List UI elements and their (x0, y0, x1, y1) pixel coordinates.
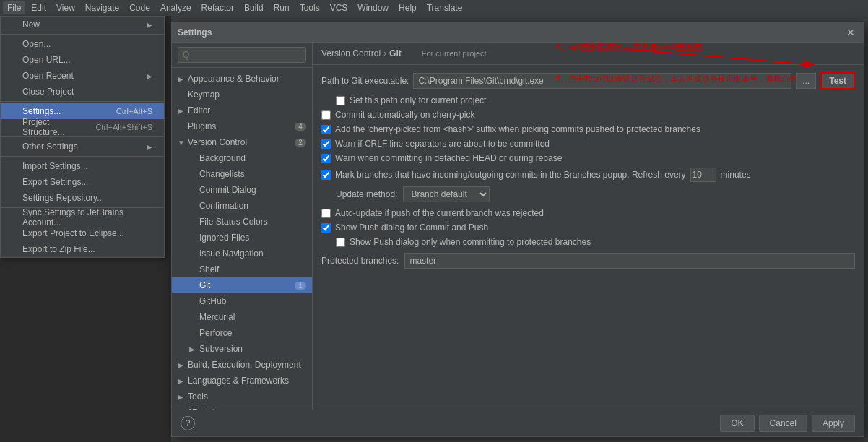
menu-item-sync-jetbrains[interactable]: Sync Settings to JetBrains Account... (1, 209, 164, 225)
menu-vcs[interactable]: VCS (326, 1, 352, 14)
show-push-checkbox[interactable] (321, 223, 331, 233)
menu-edit[interactable]: Edit (27, 1, 51, 14)
menu-item-new[interactable]: New ▶ (1, 17, 164, 32)
dialog-close-button[interactable]: ✕ (843, 27, 858, 38)
tree-item-subversion[interactable]: ▶ Subversion (172, 341, 312, 357)
menu-item-open-label: Open... (22, 39, 51, 49)
mark-branches-checkbox[interactable] (321, 170, 331, 180)
tree-item-version-control[interactable]: ▼ Version Control 2 (172, 134, 312, 150)
tree-item-languages[interactable]: ▶ Languages & Frameworks (172, 373, 312, 389)
tree-item-perforce[interactable]: Perforce (172, 325, 312, 341)
tree-item-ignored-files[interactable]: Ignored Files (172, 230, 312, 246)
menu-file[interactable]: File (3, 1, 25, 14)
commit-cherry-checkbox[interactable] (321, 110, 331, 120)
settings-left-panel: ▶ Appearance & Behavior Keymap ▶ Editor … (172, 43, 313, 410)
tree-item-git[interactable]: Git 1 (172, 277, 312, 293)
help-icon[interactable]: ? (181, 416, 195, 430)
git-path-row: Path to Git executable: ... Test (321, 72, 855, 90)
file-menu-dropdown: New ▶ Open... Open URL... Open Recent ▶ … (0, 16, 165, 258)
set-path-row: Set this path only for current project (321, 95, 855, 105)
menu-item-open-url[interactable]: Open URL... (1, 52, 164, 68)
menu-item-settings-label: Settings... (22, 106, 61, 116)
menu-item-export-eclipse-label: Export Project to Eclipse... (22, 228, 124, 238)
auto-update-checkbox[interactable] (321, 209, 331, 218)
tree-item-confirmation[interactable]: Confirmation (172, 198, 312, 214)
warn-crlf-checkbox[interactable] (321, 139, 331, 149)
expand-arrow-icon: ▶ (178, 361, 186, 369)
breadcrumb: Version Control › Git (321, 48, 402, 58)
menu-item-import-settings[interactable]: Import Settings... (1, 158, 164, 174)
git-browse-button[interactable]: ... (796, 73, 816, 89)
protected-branches-input[interactable] (404, 253, 855, 269)
separator (1, 101, 164, 102)
apply-button[interactable]: Apply (812, 415, 855, 432)
tree-item-plugins-label: Plugins (188, 121, 295, 131)
menu-item-other-settings[interactable]: Other Settings ▶ (1, 139, 164, 155)
tree-item-languages-label: Languages & Frameworks (188, 376, 306, 386)
expand-arrow-icon: ▼ (178, 139, 186, 147)
menu-view[interactable]: View (52, 1, 79, 14)
tree-item-mercurial[interactable]: Mercurial (172, 309, 312, 325)
show-push-row: Show Push dialog for Commit and Push (321, 222, 855, 233)
tree-item-issue-nav-label: Issue Navigation (199, 248, 306, 259)
tree-item-file-status-colors[interactable]: File Status Colors (172, 214, 312, 230)
menu-item-export-settings[interactable]: Export Settings... (1, 174, 164, 190)
tree-item-issue-navigation[interactable]: Issue Navigation (172, 246, 312, 261)
menu-code[interactable]: Code (125, 1, 155, 14)
tree-item-plugins[interactable]: Plugins 4 (172, 118, 312, 134)
refresh-minutes-input[interactable] (690, 168, 716, 182)
menu-refactor[interactable]: Refactor (197, 1, 238, 14)
tree-item-editor[interactable]: ▶ Editor (172, 103, 312, 118)
menu-item-open-recent[interactable]: Open Recent ▶ (1, 68, 164, 84)
git-settings-panel: Version Control › Git For current projec… (313, 43, 864, 410)
tree-item-github[interactable]: GitHub (172, 293, 312, 309)
tree-item-tools[interactable]: ▶ Tools (172, 389, 312, 404)
menu-translate[interactable]: Translate (422, 1, 467, 14)
settings-search-input[interactable] (178, 47, 306, 63)
tree-item-changelists-label: Changelists (199, 169, 306, 179)
tree-item-github-label: GitHub (199, 296, 306, 306)
protected-branches-row: Protected branches: (321, 253, 855, 269)
tree-item-jrebel[interactable]: ▶ JRebel (172, 404, 312, 410)
menu-help[interactable]: Help (394, 1, 421, 14)
menu-item-export-eclipse[interactable]: Export Project to Eclipse... (1, 225, 164, 241)
menu-item-export-zip-label: Export to Zip File... (22, 244, 95, 254)
tree-item-appearance[interactable]: ▶ Appearance & Behavior (172, 71, 312, 87)
menu-item-settings-repo[interactable]: Settings Repository... (1, 190, 164, 206)
dialog-footer: ? OK Cancel Apply (172, 410, 864, 436)
menu-window[interactable]: Window (353, 1, 393, 14)
auto-update-label: Auto-update if push of the current branc… (335, 208, 544, 218)
tree-item-build[interactable]: ▶ Build, Execution, Deployment (172, 357, 312, 373)
menu-item-project-structure-label: Project Structure... (22, 117, 81, 137)
menu-item-open[interactable]: Open... (1, 36, 164, 52)
menu-build[interactable]: Build (240, 1, 268, 14)
menu-item-export-zip[interactable]: Export to Zip File... (1, 241, 164, 257)
update-method-select[interactable]: Branch default Merge Rebase (403, 186, 490, 202)
menu-analyze[interactable]: Analyze (156, 1, 196, 14)
tree-item-keymap[interactable]: Keymap (172, 87, 312, 103)
search-box (172, 43, 312, 68)
git-path-input[interactable] (413, 73, 791, 89)
cancel-button[interactable]: Cancel (759, 415, 807, 432)
tree-item-changelists[interactable]: Changelists (172, 166, 312, 182)
set-path-checkbox[interactable] (336, 96, 345, 105)
warn-detached-checkbox[interactable] (321, 154, 331, 163)
menu-item-project-structure[interactable]: Project Structure... Ctrl+Alt+Shift+S (1, 119, 164, 135)
tree-item-background[interactable]: Background (172, 150, 312, 166)
ok-button[interactable]: OK (720, 415, 754, 432)
tree-item-shelf[interactable]: Shelf (172, 261, 312, 277)
tree-item-commit-dialog[interactable]: Commit Dialog (172, 182, 312, 198)
mark-branches-row: Mark branches that have incoming/outgoin… (321, 168, 855, 182)
menu-tools[interactable]: Tools (295, 1, 324, 14)
git-test-button[interactable]: Test (820, 72, 855, 90)
add-suffix-checkbox[interactable] (321, 125, 331, 134)
settings-shortcut: Ctrl+Alt+S (116, 107, 152, 116)
show-push-protected-checkbox[interactable] (336, 238, 345, 247)
footer-right: OK Cancel Apply (720, 415, 855, 432)
menu-item-close-project[interactable]: Close Project (1, 84, 164, 100)
menu-navigate[interactable]: Navigate (81, 1, 123, 14)
menu-run[interactable]: Run (269, 1, 294, 14)
footer-left: ? (181, 416, 195, 430)
tree-item-tools-label: Tools (188, 391, 306, 402)
git-settings-content: Path to Git executable: ... Test Set thi… (313, 65, 864, 410)
